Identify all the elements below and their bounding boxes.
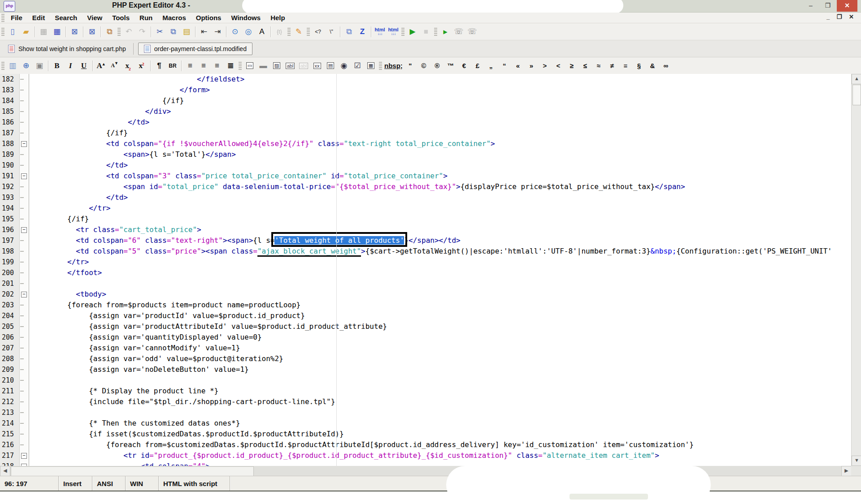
- escape-quotes-button[interactable]: \": [325, 26, 338, 38]
- undo-button[interactable]: ↶: [122, 26, 135, 38]
- fold-marker[interactable]: −: [20, 138, 29, 149]
- insert-anchor-button[interactable]: ▣: [33, 60, 46, 72]
- subscript-button[interactable]: x2: [122, 60, 135, 72]
- insert-image-button[interactable]: ▥: [6, 60, 19, 72]
- close-button[interactable]: ✕: [837, 0, 857, 12]
- entity-button-char-20[interactable]: ∞: [660, 60, 672, 72]
- run-external-button[interactable]: ▶: [439, 26, 452, 38]
- html-to-entities-button[interactable]: html↓↓↓: [374, 26, 386, 38]
- find-button[interactable]: ⊙: [229, 26, 241, 38]
- vertical-scroll-thumb[interactable]: [852, 85, 861, 105]
- menu-options[interactable]: Options: [191, 14, 226, 22]
- document-tab-1[interactable]: Show total weight in shopping cart.php: [3, 43, 131, 55]
- scroll-up-arrow[interactable]: ▲: [852, 74, 861, 84]
- entity-button-char-8[interactable]: “: [499, 60, 510, 72]
- menu-tools[interactable]: Tools: [107, 14, 135, 22]
- zend-encode-button[interactable]: Z: [356, 26, 369, 38]
- bold-button[interactable]: B: [51, 60, 63, 72]
- entity-button-char-1[interactable]: ": [404, 60, 416, 72]
- insert-text-field-button[interactable]: abl: [284, 60, 296, 72]
- font-decrease-button[interactable]: A▼: [109, 60, 121, 72]
- find-next-button[interactable]: A: [256, 26, 268, 38]
- entity-button-char-5[interactable]: €: [458, 60, 470, 72]
- code-editor[interactable]: </fieldset> </form> {/if} </div> </td> {…: [0, 74, 861, 466]
- horizontal-scroll-thumb[interactable]: [11, 466, 254, 476]
- close-all-button[interactable]: ⊠: [86, 26, 98, 38]
- cut-button[interactable]: ✂: [153, 26, 166, 38]
- run-script-button[interactable]: ▶: [406, 26, 419, 38]
- fold-marker[interactable]: −: [20, 289, 29, 300]
- new-file-button[interactable]: ▯: [6, 26, 19, 38]
- insert-image-input-button[interactable]: ▨: [270, 60, 283, 72]
- document-tab-2[interactable]: order-payment-classi.tpl.modified: [138, 43, 252, 55]
- align-justify-button[interactable]: ≣: [224, 60, 237, 72]
- redo-button[interactable]: ↷: [136, 26, 148, 38]
- insert-password-field-button[interactable]: xx: [311, 60, 323, 72]
- insert-php-tags-button[interactable]: <?: [312, 26, 324, 38]
- entity-button-char-10[interactable]: »: [526, 60, 537, 72]
- font-increase-button[interactable]: A▲: [95, 60, 108, 72]
- insert-textarea-button[interactable]: abl: [297, 60, 310, 72]
- maximize-button[interactable]: ❐: [820, 0, 836, 12]
- menu-macros[interactable]: Macros: [157, 14, 191, 22]
- insert-checkbox-button[interactable]: ☑: [351, 60, 364, 72]
- fold-marker[interactable]: −: [20, 224, 29, 235]
- entity-button-char-17[interactable]: ≡: [620, 60, 631, 72]
- underline-button[interactable]: U: [78, 60, 90, 72]
- file-browser-button[interactable]: ⧉: [103, 26, 116, 38]
- superscript-button[interactable]: x2: [135, 60, 148, 72]
- fold-marker[interactable]: −: [20, 450, 29, 461]
- fold-marker[interactable]: −: [20, 461, 29, 466]
- align-center-button[interactable]: ≡: [197, 60, 210, 72]
- entity-button-char-13[interactable]: ≥: [566, 60, 578, 72]
- scroll-right-arrow[interactable]: ▶: [841, 466, 852, 476]
- insert-radio-button[interactable]: ◉: [338, 60, 350, 72]
- menu-windows[interactable]: Windows: [226, 14, 265, 22]
- save-all-button[interactable]: ▦: [51, 26, 63, 38]
- save-file-button[interactable]: ▦: [37, 26, 50, 38]
- align-right-button[interactable]: ≡: [211, 60, 223, 72]
- indent-button[interactable]: ⇥: [211, 26, 224, 38]
- entity-button-char-2[interactable]: ©: [418, 60, 430, 72]
- horizontal-scrollbar[interactable]: ◀ ▶: [0, 466, 861, 476]
- debug-remote-button[interactable]: ☏: [452, 26, 465, 38]
- vertical-scrollbar[interactable]: ▲ ▼: [851, 74, 861, 466]
- entity-button-char-9[interactable]: «: [512, 60, 524, 72]
- mdi-window-controls[interactable]: _ ❐ ✕: [826, 13, 857, 20]
- insert-select-button[interactable]: ▤: [324, 60, 337, 72]
- entity-button-char-6[interactable]: £: [472, 60, 483, 72]
- stop-script-button[interactable]: ■: [420, 26, 432, 38]
- syntax-highlight-pen-button[interactable]: ✎: [292, 26, 305, 38]
- entity-button-char-15[interactable]: ≈: [593, 60, 604, 72]
- debug-local-button[interactable]: ☏: [466, 26, 478, 38]
- line-break-button[interactable]: BR: [166, 60, 179, 72]
- entity-button-char-18[interactable]: §: [633, 60, 645, 72]
- align-left-button[interactable]: ≡: [184, 60, 196, 72]
- menu-file[interactable]: File: [6, 14, 27, 22]
- italic-button[interactable]: I: [64, 60, 77, 72]
- insert-hyperlink-button[interactable]: ⊕: [20, 60, 32, 72]
- paste-button[interactable]: ▤: [180, 26, 193, 38]
- insert-form-button[interactable]: ▦: [365, 60, 377, 72]
- scroll-down-arrow[interactable]: ▼: [852, 456, 861, 466]
- entity-button-nbsp[interactable]: nbsp;: [384, 60, 403, 72]
- entity-button-char-3[interactable]: ®: [431, 60, 443, 72]
- entity-button-char-16[interactable]: ≠: [606, 60, 618, 72]
- copy-button[interactable]: ⧉: [167, 26, 179, 38]
- unindent-button[interactable]: ⇤: [198, 26, 210, 38]
- menu-run[interactable]: Run: [135, 14, 157, 22]
- menu-search[interactable]: Search: [50, 14, 82, 22]
- entity-button-char-11[interactable]: >: [539, 60, 551, 72]
- open-file-button[interactable]: ▰: [20, 26, 32, 38]
- minimize-button[interactable]: –: [803, 0, 819, 12]
- insert-fieldset-button[interactable]: ▭: [244, 60, 256, 72]
- insert-button-button[interactable]: ▬: [257, 60, 270, 72]
- entities-to-html-button[interactable]: html↓↓↓: [387, 26, 400, 38]
- close-file-button[interactable]: ⊠: [68, 26, 81, 38]
- code-template-button[interactable]: {t}: [273, 26, 286, 38]
- entity-button-char-4[interactable]: ™: [445, 60, 457, 72]
- entity-button-char-14[interactable]: ≤: [579, 60, 591, 72]
- menu-edit[interactable]: Edit: [27, 14, 50, 22]
- entity-button-char-7[interactable]: „: [485, 60, 497, 72]
- paragraph-button[interactable]: ¶: [153, 60, 165, 72]
